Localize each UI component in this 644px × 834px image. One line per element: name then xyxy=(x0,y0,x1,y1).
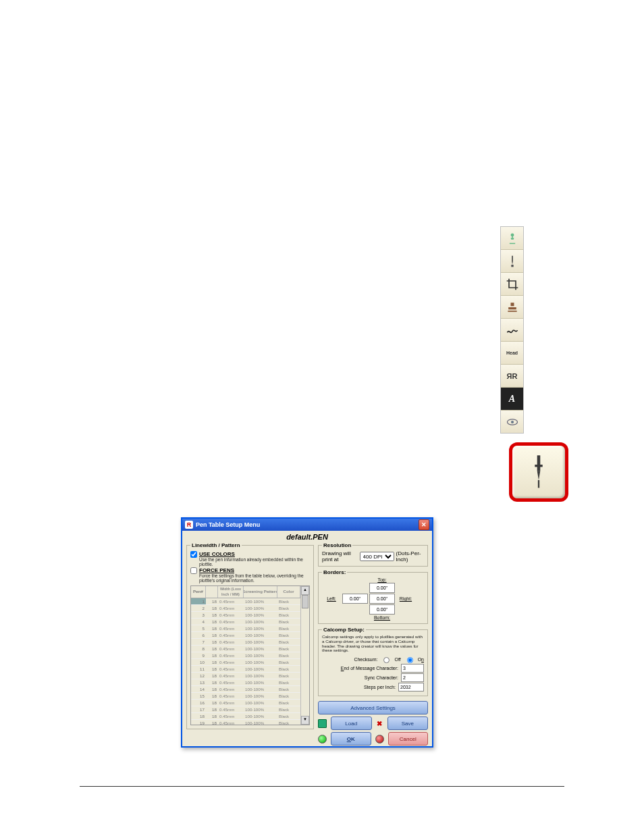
calcomp-group: Calcomp Setup: Calcomp settings only app… xyxy=(318,627,428,696)
file-title: default.PEN xyxy=(182,531,432,542)
linewidth-legend: Linewidth / Pattern xyxy=(190,542,242,548)
save-button[interactable]: Save xyxy=(387,716,429,730)
pawn-icon xyxy=(506,232,519,245)
tools-toolbar: Head ЯR A xyxy=(500,226,524,434)
pen-table-header: Pen# Width (Lxxx Inch / MM) Screening Pa… xyxy=(191,586,300,598)
pen-table-row[interactable]: 17180.45mm100-100%Black xyxy=(191,706,300,713)
font-tool-button[interactable]: A xyxy=(501,388,523,411)
svg-point-2 xyxy=(510,420,513,423)
scroll-thumb[interactable] xyxy=(302,595,308,608)
checksum-on-radio[interactable] xyxy=(407,657,413,663)
svg-rect-6 xyxy=(538,479,539,487)
pen-table-row[interactable]: 12180.45mm100-100%Black xyxy=(191,673,300,679)
borders-legend: Borders: xyxy=(322,569,347,575)
resolution-legend: Resolution xyxy=(322,542,352,548)
bottom-label: Bottom: xyxy=(374,615,390,620)
mirror-tool-button[interactable]: ЯR xyxy=(501,365,523,388)
page-rule xyxy=(80,786,564,787)
pen-table-row[interactable]: 19180.45mm100-100%Black xyxy=(191,720,300,725)
scroll-up-arrow[interactable]: ▲ xyxy=(301,586,309,595)
pen-table: Pen# Width (Lxxx Inch / MM) Screening Pa… xyxy=(190,585,310,725)
pen-table-row[interactable]: 3180.45mm100-100%Black xyxy=(191,612,300,619)
checksum-label: Checksum: xyxy=(354,657,377,662)
left-border-input[interactable] xyxy=(342,594,368,604)
pen-table-row[interactable]: 15180.45mm100-100%Black xyxy=(191,693,300,700)
squiggle-tool-button[interactable] xyxy=(501,319,523,342)
pen-table-scrollbar[interactable]: ▲ ▼ xyxy=(300,586,309,725)
close-button[interactable]: ✕ xyxy=(419,519,429,530)
cancel-button[interactable]: Cancel xyxy=(388,732,429,746)
advanced-settings-button[interactable]: Advanced Settings xyxy=(318,701,428,714)
app-icon: R xyxy=(185,521,193,529)
pen-table-row[interactable]: 13180.45mm100-100%Black xyxy=(191,679,300,686)
pen-table-row[interactable]: 8180.45mm100-100%Black xyxy=(191,646,300,652)
pen-table-row[interactable]: 2180.45mm100-100%Black xyxy=(191,605,300,612)
resolution-select[interactable]: 400 DPI xyxy=(360,552,394,561)
titlebar[interactable]: R Pen Table Setup Menu ✕ xyxy=(182,519,432,531)
pen-table-setup-dialog: R Pen Table Setup Menu ✕ default.PEN Lin… xyxy=(181,517,433,748)
checksum-on-label: On xyxy=(418,657,424,662)
borders-group: Borders: Top: Left: Right: xyxy=(318,569,428,624)
header-tool-button[interactable]: Head xyxy=(501,342,523,365)
use-colors-label: USE COLORS xyxy=(199,551,310,557)
resolution-prefix: Drawing will print at xyxy=(322,550,358,563)
force-pens-label: FORCE PENS xyxy=(199,567,310,573)
eye-icon xyxy=(506,415,519,429)
svg-rect-0 xyxy=(511,265,513,267)
crop-tool-button[interactable] xyxy=(501,273,523,296)
top-border-input[interactable] xyxy=(369,583,395,593)
right-label: Right: xyxy=(400,596,412,601)
pen-table-row[interactable]: 6180.45mm100-100%Black xyxy=(191,632,300,639)
pen-table-row[interactable]: 9180.45mm100-100%Black xyxy=(191,652,300,659)
stamp-icon xyxy=(506,301,519,314)
svg-rect-3 xyxy=(537,455,541,471)
scroll-down-arrow[interactable]: ▼ xyxy=(301,716,309,725)
stamp-tool-button[interactable] xyxy=(501,296,523,319)
sync-label: Sync Character: xyxy=(365,675,398,680)
squiggle-icon xyxy=(506,323,519,337)
svg-marker-4 xyxy=(537,471,541,480)
pen-setup-big-button[interactable] xyxy=(509,442,568,502)
bottom-border-input[interactable] xyxy=(369,604,395,615)
pen-table-row[interactable]: 18180.45mm100-100%Black xyxy=(191,713,300,720)
pen-icon xyxy=(506,255,519,268)
steps-label: Steps per Inch: xyxy=(364,685,396,689)
eye-tool-button[interactable] xyxy=(501,411,523,433)
sync-input[interactable] xyxy=(401,673,424,682)
pen-icon xyxy=(529,454,549,491)
use-colors-checkbox[interactable] xyxy=(190,551,197,558)
linewidth-pattern-group: Linewidth / Pattern USE COLORS Use the p… xyxy=(186,542,314,729)
calcomp-desc: Calcomp settings only apply to plotfiles… xyxy=(322,635,424,653)
pen-table-row[interactable]: 1180.45mm100-100%Black xyxy=(191,598,300,605)
resolution-suffix: (Dots-Per-Inch) xyxy=(396,550,424,563)
force-pens-checkbox[interactable] xyxy=(190,567,197,574)
red-led-icon xyxy=(375,735,384,744)
eom-input[interactable] xyxy=(401,664,424,673)
header-icon: Head xyxy=(506,350,518,355)
checksum-off-label: OOffff xyxy=(394,657,400,662)
pen-table-row[interactable]: 10180.45mm100-100%Black xyxy=(191,659,300,666)
x-icon: ✖ xyxy=(376,720,383,727)
load-button[interactable]: Load xyxy=(331,716,372,730)
pen-table-row[interactable]: 16180.45mm100-100%Black xyxy=(191,700,300,706)
green-led-icon xyxy=(318,735,327,744)
right-border-input[interactable] xyxy=(369,594,395,604)
pen-table-row[interactable]: 5180.45mm100-100%Black xyxy=(191,625,300,632)
pen-table-row[interactable]: 11180.45mm100-100%Black xyxy=(191,666,300,673)
pen-table-row[interactable]: 7180.45mm100-100%Black xyxy=(191,639,300,646)
mirror-rr-icon: ЯR xyxy=(507,372,518,380)
steps-input[interactable] xyxy=(398,683,424,692)
close-icon: ✕ xyxy=(421,521,427,528)
pawn-tool-button[interactable] xyxy=(501,227,523,250)
disk-icon xyxy=(318,719,327,728)
pen-table-row[interactable]: 14180.45mm100-100%Black xyxy=(191,686,300,693)
ok-button[interactable]: OK xyxy=(331,732,371,746)
pen-table-row[interactable]: 4180.45mm100-100%Black xyxy=(191,619,300,625)
left-label: Left: xyxy=(327,596,336,601)
calcomp-legend: Calcomp Setup: xyxy=(322,627,366,633)
pen-tool-button[interactable] xyxy=(501,250,523,273)
use-colors-desc: Use the pen information already embedded… xyxy=(199,557,310,567)
resolution-group: Resolution Drawing will print at 400 DPI… xyxy=(318,542,428,567)
checksum-off-radio[interactable] xyxy=(383,657,390,663)
col-color: Color xyxy=(277,586,300,598)
